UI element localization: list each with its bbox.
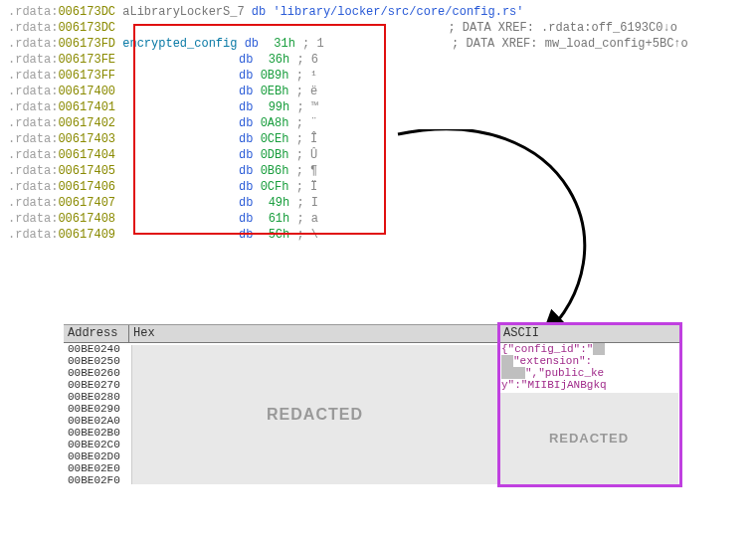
addr: 00617400 [58, 85, 115, 98]
col-address[interactable]: Address [64, 325, 129, 342]
hex-addr-row[interactable]: 00BE02D0 [64, 450, 128, 462]
byte-comment: ; ¶ [296, 164, 318, 178]
hex-addr-row[interactable]: 00BE02A0 [64, 415, 128, 427]
byte-comment: ; ë [296, 85, 318, 98]
byte-comment: ; Û [296, 148, 318, 162]
byte-value: 0B9h [261, 69, 289, 83]
string-label[interactable]: aLibraryLockerS_7 [122, 5, 244, 19]
disasm-row: .rdata:00617407db 49h ; I [8, 195, 748, 211]
disasm-row: .rdata:00617409db 5Ch ; \ [8, 227, 748, 243]
addr: 00617408 [58, 212, 115, 226]
hex-header: Address Hex ASCII [64, 325, 680, 343]
mnemonic: db [239, 164, 253, 178]
disasm-row: .rdata:00617400db 0EBh ; ë [8, 84, 748, 99]
byte-comment: ; Ï [296, 180, 318, 194]
byte-value: 31h [274, 37, 295, 51]
seg-name: .rdata [8, 148, 51, 162]
addr: 00617406 [58, 180, 115, 194]
disasm-row: .rdata:006173FFdb 0B9h ; ¹ [8, 68, 748, 84]
addr: 00617409 [58, 228, 115, 242]
seg-name: .rdata [8, 37, 51, 51]
disasm-row-encrypted: .rdata:006173FD encrypted_config db 31h … [8, 36, 748, 52]
col-ascii[interactable]: ASCII [499, 325, 680, 342]
seg-name: .rdata [8, 196, 51, 210]
byte-value: 5Ch [269, 228, 290, 242]
byte-comment: ; ™ [296, 100, 318, 114]
byte-comment: ; I [296, 196, 318, 210]
byte-comment: ; ¹ [296, 69, 318, 83]
mnemonic: db [252, 5, 266, 19]
seg-name: .rdata [8, 180, 51, 194]
string-literal: 'library/locker/src/core/config.rs' [273, 5, 523, 19]
disasm-row: .rdata:00617402db 0A8h ; ¨ [8, 115, 748, 131]
col-hex[interactable]: Hex [129, 325, 499, 342]
addr: 006173DC [58, 21, 115, 35]
addr: 00617403 [58, 132, 115, 146]
seg-name: .rdata [8, 69, 51, 83]
seg-name: .rdata [8, 212, 51, 226]
hex-addr-row[interactable]: 00BE0250 [64, 355, 128, 367]
hex-addr-row[interactable]: 00BE02C0 [64, 439, 128, 450]
addr: 006173DC [58, 5, 115, 19]
byte-comment: ; a [296, 212, 318, 226]
hex-address-list: 00BE024000BE025000BE026000BE027000BE0280… [64, 343, 129, 486]
byte-value: 0A8h [261, 116, 289, 130]
hex-addr-row[interactable]: 00BE0290 [64, 403, 128, 415]
disasm-row: .rdata:006173FEdb 36h ; 6 [8, 52, 748, 68]
hex-addr-row[interactable]: 00BE02B0 [64, 427, 128, 439]
mnemonic: db [239, 132, 253, 146]
ascii-area: {"config_id":" "extension": ","public_ke… [499, 343, 680, 486]
ascii-line: {"config_id":" [501, 343, 593, 355]
hex-addr-row[interactable]: 00BE0280 [64, 391, 128, 403]
byte-value: 61h [269, 212, 290, 226]
xref-comment[interactable]: ; DATA XREF: mw_load_config+5BC↑o [452, 37, 688, 51]
addr: 006173FD [58, 37, 115, 51]
mnemonic: db [239, 212, 253, 226]
disasm-row-xref: .rdata:006173DC ; DATA XREF: .rdata:off_… [8, 20, 748, 36]
seg-name: .rdata [8, 85, 51, 98]
disasm-row: .rdata:00617408db 61h ; a [8, 211, 748, 227]
mnemonic: db [239, 100, 253, 114]
addr: 00617404 [58, 148, 115, 162]
addr: 00617405 [58, 164, 115, 178]
hex-addr-row[interactable]: 00BE0260 [64, 367, 128, 379]
mnemonic: db [245, 37, 259, 51]
redacted-label: REDACTED [267, 406, 363, 424]
disasm-row: .rdata:00617406db 0CFh ; Ï [8, 179, 748, 195]
mnemonic: db [239, 116, 253, 130]
byte-value: 0DBh [261, 148, 289, 162]
hex-addr-row[interactable]: 00BE0240 [64, 343, 128, 355]
ascii-preview: {"config_id":" "extension": ","public_ke… [499, 343, 680, 391]
disasm-row: .rdata:00617405db 0B6h ; ¶ [8, 163, 748, 179]
seg-name: .rdata [8, 228, 51, 242]
byte-comment: ; 1 [302, 37, 324, 51]
seg-name: .rdata [8, 21, 51, 35]
addr: 00617402 [58, 116, 115, 130]
xref-comment[interactable]: ; DATA XREF: .rdata:off_6193C0↓o [448, 21, 676, 35]
hex-dump-panel: Address Hex ASCII 00BE024000BE025000BE02… [64, 324, 680, 486]
ascii-line: ","public_ke [525, 367, 604, 379]
ascii-redacted: REDACTED [499, 393, 678, 484]
hex-addr-row[interactable]: 00BE02E0 [64, 462, 128, 474]
seg-name: .rdata [8, 53, 51, 67]
seg-name: .rdata [8, 100, 51, 114]
byte-value: 0B6h [261, 164, 289, 178]
seg-name: .rdata [8, 5, 51, 19]
byte-comment: ; \ [296, 228, 318, 242]
byte-value: 49h [269, 196, 290, 210]
byte-comment: ; ¨ [296, 116, 318, 130]
disasm-row: .rdata:00617403db 0CEh ; Î [8, 131, 748, 147]
encrypted-config-label[interactable]: encrypted_config [122, 37, 237, 51]
mnemonic: db [239, 148, 253, 162]
hex-addr-row[interactable]: 00BE02F0 [64, 474, 128, 486]
hex-bytes-area: REDACTED [131, 345, 497, 484]
hex-addr-row[interactable]: 00BE0270 [64, 379, 128, 391]
disassembly-panel: .rdata:006173DC aLibraryLockerS_7 db 'li… [0, 0, 756, 243]
mnemonic: db [239, 69, 253, 83]
mnemonic: db [239, 196, 253, 210]
redacted-label: REDACTED [549, 433, 629, 445]
mnemonic: db [239, 53, 253, 67]
byte-value: 0CEh [261, 132, 289, 146]
addr: 00617401 [58, 100, 115, 114]
addr: 00617407 [58, 196, 115, 210]
